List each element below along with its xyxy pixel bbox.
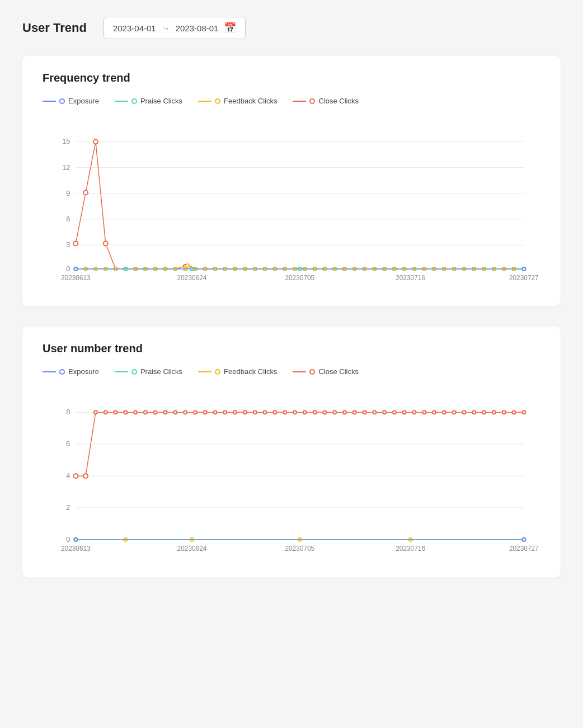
legend2-praise-label: Praise Clicks — [140, 367, 182, 376]
svg-point-135 — [104, 411, 107, 414]
svg-text:20230727: 20230727 — [509, 274, 539, 282]
arrow-icon: → — [162, 23, 170, 33]
svg-text:12: 12 — [62, 163, 70, 172]
svg-point-20 — [104, 241, 108, 245]
y-axis: 15 12 9 6 3 0 — [62, 137, 524, 272]
svg-point-139 — [144, 411, 147, 414]
svg-text:20230613: 20230613 — [61, 545, 91, 552]
page-title: User Trend — [22, 21, 87, 35]
svg-point-170 — [453, 411, 456, 414]
svg-point-150 — [253, 411, 257, 414]
svg-text:9: 9 — [66, 189, 70, 197]
svg-point-163 — [383, 411, 386, 414]
x-axis2: 20230613 20230624 20230705 20230716 2023… — [61, 545, 539, 552]
svg-point-166 — [413, 411, 416, 414]
svg-point-134 — [94, 411, 97, 414]
close-line-icon — [293, 101, 306, 102]
praise-dot-icon — [131, 98, 137, 104]
praise2-line-icon — [115, 371, 128, 372]
svg-point-177 — [522, 411, 525, 414]
svg-point-159 — [343, 411, 346, 414]
svg-text:20230716: 20230716 — [396, 545, 425, 552]
svg-point-132 — [73, 474, 78, 479]
svg-text:8: 8 — [66, 408, 70, 417]
legend-praise-label: Praise Clicks — [140, 97, 182, 105]
svg-point-174 — [492, 411, 496, 414]
svg-point-152 — [273, 411, 276, 414]
svg-point-171 — [463, 411, 466, 414]
legend2-feedback-label: Feedback Clicks — [224, 367, 277, 376]
user-number-trend-legend: Exposure Praise Clicks Feedback Clicks C… — [43, 367, 540, 376]
feedback-dot-icon — [215, 98, 220, 104]
date-range-picker[interactable]: 2023-04-01 → 2023-08-01 📅 — [104, 17, 246, 39]
close2-dot-icon — [309, 369, 315, 375]
svg-text:20230624: 20230624 — [177, 274, 207, 282]
frequency-trend-section: Frequency trend Exposure Praise Clicks F… — [22, 56, 561, 306]
legend-exposure-label: Exposure — [68, 97, 99, 105]
svg-point-136 — [114, 411, 117, 414]
exposure-dot-icon — [59, 98, 65, 104]
date-end: 2023-08-01 — [176, 23, 219, 33]
svg-point-164 — [393, 411, 396, 414]
svg-text:20230705: 20230705 — [285, 274, 314, 282]
svg-point-144 — [194, 411, 197, 414]
svg-point-187 — [522, 538, 525, 541]
svg-text:4: 4 — [66, 472, 70, 480]
svg-text:20230613: 20230613 — [61, 274, 91, 282]
svg-point-161 — [363, 411, 366, 414]
date-start: 2023-04-01 — [113, 23, 156, 33]
frequency-chart: 15 12 9 6 3 0 20230613 20230624 20230705… — [43, 114, 540, 293]
exposure2-line-icon — [43, 371, 56, 372]
svg-text:2: 2 — [66, 503, 70, 512]
exposure-line-icon — [43, 101, 56, 102]
frequency-chart-svg: 15 12 9 6 3 0 20230613 20230624 20230705… — [43, 114, 540, 291]
y-axis2: 8 6 4 2 0 — [66, 408, 524, 543]
svg-point-158 — [333, 411, 336, 414]
svg-point-175 — [502, 411, 506, 414]
legend-close: Close Clicks — [293, 97, 359, 105]
feedback2-line-icon — [198, 371, 211, 372]
svg-point-141 — [164, 411, 167, 414]
user-number-trend-section: User number trend Exposure Praise Clicks… — [22, 327, 561, 577]
svg-point-142 — [173, 411, 177, 414]
svg-point-169 — [443, 411, 446, 414]
calendar-icon[interactable]: 📅 — [224, 22, 236, 34]
user-number-trend-title: User number trend — [43, 342, 540, 355]
svg-point-143 — [184, 411, 187, 414]
legend2-praise: Praise Clicks — [115, 367, 182, 376]
svg-point-149 — [243, 411, 247, 414]
svg-point-173 — [482, 411, 486, 414]
svg-text:20230716: 20230716 — [396, 274, 425, 282]
svg-point-155 — [303, 411, 307, 414]
svg-point-146 — [214, 411, 217, 414]
close-clicks-freq-line — [73, 139, 525, 270]
svg-point-140 — [154, 411, 157, 414]
svg-point-19 — [93, 139, 98, 144]
frequency-trend-legend: Exposure Praise Clicks Feedback Clicks C… — [43, 97, 540, 105]
svg-text:3: 3 — [66, 240, 70, 249]
legend2-close-label: Close Clicks — [318, 367, 359, 376]
legend2-exposure: Exposure — [43, 367, 99, 376]
svg-point-75 — [186, 264, 189, 267]
svg-point-17 — [73, 241, 78, 245]
svg-point-186 — [74, 538, 77, 541]
frequency-trend-title: Frequency trend — [43, 72, 540, 84]
svg-text:20230705: 20230705 — [285, 545, 314, 552]
legend2-close: Close Clicks — [293, 367, 359, 376]
legend2-exposure-label: Exposure — [68, 367, 99, 376]
svg-point-165 — [403, 411, 406, 414]
svg-text:20230624: 20230624 — [177, 545, 207, 552]
exposure2-dot-icon — [59, 369, 65, 375]
svg-point-133 — [83, 474, 88, 479]
svg-text:6: 6 — [66, 440, 70, 448]
svg-text:6: 6 — [66, 215, 70, 223]
svg-point-148 — [233, 411, 237, 414]
svg-point-168 — [432, 411, 436, 414]
svg-point-137 — [124, 411, 127, 414]
svg-point-167 — [422, 411, 426, 414]
legend-close-label: Close Clicks — [318, 97, 359, 105]
svg-point-153 — [283, 411, 286, 414]
svg-text:0: 0 — [66, 264, 70, 273]
svg-point-160 — [353, 411, 356, 414]
svg-text:0: 0 — [66, 535, 70, 543]
